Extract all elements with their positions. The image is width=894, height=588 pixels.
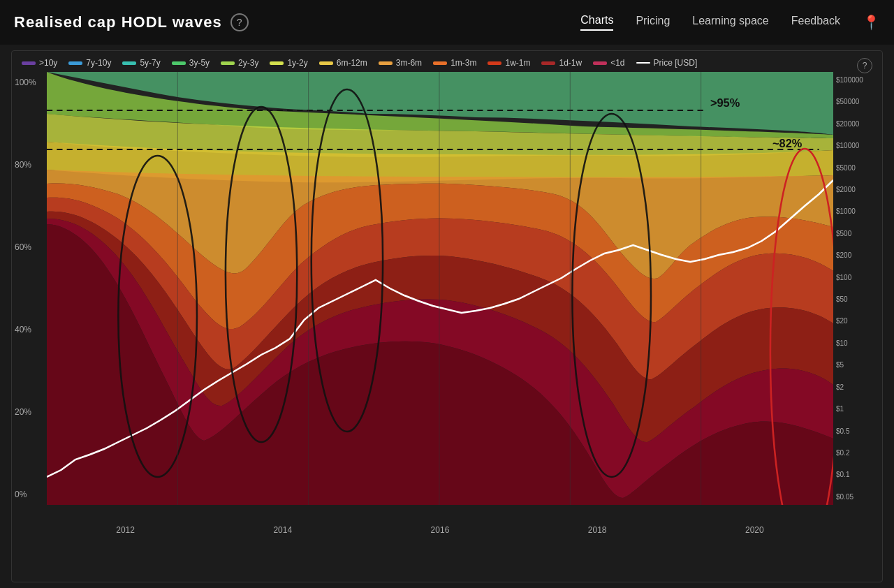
x-label-2020: 2020 — [745, 525, 764, 535]
legend-color-swatch — [319, 61, 333, 65]
legend-label: 1m-3m — [450, 58, 476, 68]
legend: >10y7y-10y5y-7y3y-5y2y-3y1y-2y6m-12m3m-6… — [12, 51, 882, 72]
x-label-2012: 2012 — [116, 525, 135, 535]
legend-color-swatch — [433, 61, 447, 65]
legend-label: 1d-1w — [559, 58, 582, 68]
price-label-20000: $20000 — [836, 120, 879, 128]
price-label-02: $0.2 — [836, 449, 879, 457]
legend-label: 1w-1m — [505, 58, 530, 68]
price-label-10000: $10000 — [836, 142, 879, 149]
price-label-1000: $1000 — [836, 207, 879, 215]
legend-item: 5y-7y — [122, 58, 160, 68]
y-label-20: 20% — [15, 407, 44, 417]
legend-item: 3m-6m — [379, 58, 422, 68]
header: Realised cap HODL waves ? Charts Pricing… — [0, 0, 894, 45]
nav-pricing[interactable]: Pricing — [636, 15, 670, 30]
chart-container: >10y7y-10y5y-7y3y-5y2y-3y1y-2y6m-12m3m-6… — [11, 50, 883, 582]
legend-item: 2y-3y — [221, 58, 258, 68]
legend-color-swatch — [488, 61, 501, 65]
legend-item: 1d-1w — [541, 58, 582, 68]
y-label-40: 40% — [15, 325, 44, 335]
price-label-005: $0.05 — [836, 493, 879, 501]
help-icon[interactable]: ? — [230, 13, 249, 31]
legend-color-swatch — [541, 61, 555, 65]
price-label-10: $10 — [836, 339, 879, 347]
price-label-500: $500 — [836, 230, 879, 237]
legend-item: 1w-1m — [488, 58, 530, 68]
legend-color-swatch — [221, 61, 235, 65]
legend-color-swatch — [122, 61, 136, 65]
legend-color-swatch — [593, 61, 607, 65]
nav-feedback[interactable]: Feedback — [791, 15, 840, 30]
legend-label: 7y-10y — [86, 58, 111, 68]
x-label-2014: 2014 — [273, 525, 292, 535]
price-label-5: $5 — [836, 361, 879, 369]
chart-help-icon[interactable]: ? — [857, 58, 872, 73]
price-label-20: $20 — [836, 317, 879, 325]
legend-label: 3y-5y — [189, 58, 210, 68]
price-label-100: $100 — [836, 274, 879, 281]
legend-item: Price [USD] — [636, 58, 698, 68]
legend-color-swatch — [68, 61, 82, 65]
price-label-01: $0.1 — [836, 471, 879, 478]
chart-svg: >95% ~82% — [47, 72, 833, 505]
page-title: Realised cap HODL waves — [14, 13, 222, 31]
price-label-50000: $50000 — [836, 98, 879, 105]
legend-label: 1y-2y — [287, 58, 307, 68]
y-label-100: 100% — [15, 78, 44, 87]
svg-text:~82%: ~82% — [772, 137, 802, 149]
legend-color-swatch — [636, 62, 650, 64]
legend-label: Price [USD] — [654, 58, 698, 68]
header-left: Realised cap HODL waves ? — [14, 13, 249, 31]
nav-charts[interactable]: Charts — [580, 14, 613, 31]
legend-label: 6m-12m — [337, 58, 367, 68]
legend-color-swatch — [270, 61, 284, 65]
price-label-2000: $2000 — [836, 186, 879, 193]
price-label-200: $200 — [836, 251, 879, 259]
x-label-2016: 2016 — [431, 525, 450, 535]
legend-item: >10y — [22, 58, 57, 68]
y-label-0: 0% — [15, 490, 44, 499]
legend-label: >10y — [39, 58, 57, 68]
legend-item: 1y-2y — [270, 58, 307, 68]
legend-color-swatch — [172, 61, 186, 65]
price-label-2: $2 — [836, 383, 879, 391]
legend-label: <1d — [610, 58, 624, 68]
nav-learning[interactable]: Learning space — [692, 15, 768, 30]
x-label-2018: 2018 — [588, 525, 607, 535]
legend-item: <1d — [593, 58, 624, 68]
y-label-80: 80% — [15, 160, 44, 170]
legend-color-swatch — [379, 61, 393, 65]
legend-label: 5y-7y — [140, 58, 160, 68]
legend-label: 2y-3y — [238, 58, 258, 68]
svg-text:>95%: >95% — [710, 96, 740, 109]
legend-item: 6m-12m — [319, 58, 367, 68]
nav: Charts Pricing Learning space Feedback 📍 — [580, 14, 880, 31]
legend-label: 3m-6m — [396, 58, 422, 68]
price-label-05: $0.5 — [836, 427, 879, 435]
price-label-50: $50 — [836, 295, 879, 303]
legend-item: 1m-3m — [433, 58, 476, 68]
legend-color-swatch — [22, 61, 36, 65]
y-label-60: 60% — [15, 242, 44, 252]
price-label-100000: $100000 — [836, 76, 879, 84]
legend-item: 7y-10y — [68, 58, 111, 68]
price-label-1: $1 — [836, 405, 879, 413]
location-icon[interactable]: 📍 — [863, 14, 880, 31]
legend-item: 3y-5y — [172, 58, 210, 68]
price-label-5000: $5000 — [836, 164, 879, 172]
